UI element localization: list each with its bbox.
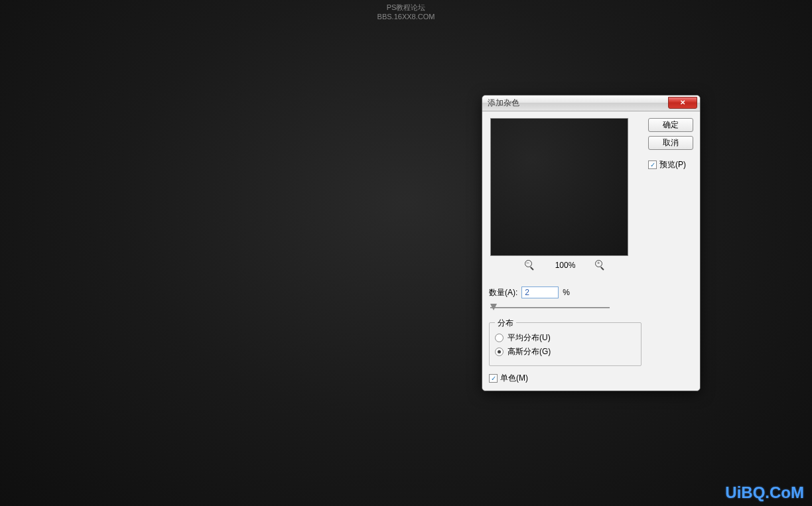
minus-sign: −: [526, 261, 529, 266]
gaussian-label: 高斯分布(G): [508, 346, 551, 357]
distribution-fieldset: 分布 平均分布(U) 高斯分布(G): [489, 322, 642, 366]
close-button[interactable]: ✕: [668, 97, 697, 109]
amount-input[interactable]: [521, 286, 559, 298]
uniform-radio[interactable]: [495, 334, 504, 342]
preview-thumbnail[interactable]: [490, 118, 628, 256]
monochromatic-label: 单色(M): [500, 373, 528, 384]
preview-checkbox-row[interactable]: ✓ 预览(P): [648, 159, 693, 170]
monochromatic-row[interactable]: ✓ 单色(M): [489, 373, 642, 384]
ok-button[interactable]: 确定: [648, 118, 693, 132]
amount-slider[interactable]: [490, 304, 610, 312]
uniform-label: 平均分布(U): [508, 332, 551, 344]
close-icon: ✕: [680, 99, 685, 106]
watermark-line1: PS教程论坛: [377, 3, 435, 12]
watermark-top: PS教程论坛 BBS.16XX8.COM: [377, 3, 435, 22]
zoom-controls: − 100% +: [489, 260, 642, 271]
preview-label: 预览(P): [659, 159, 686, 170]
dialog-right-column: 确定 取消 ✓ 预览(P): [648, 118, 693, 384]
gaussian-radio[interactable]: [495, 348, 504, 356]
uniform-radio-row[interactable]: 平均分布(U): [495, 332, 636, 344]
gaussian-radio-row[interactable]: 高斯分布(G): [495, 346, 636, 357]
amount-label: 数量(A):: [489, 287, 517, 298]
plus-sign: +: [597, 261, 600, 266]
watermark-line2: BBS.16XX8.COM: [377, 12, 435, 21]
amount-unit: %: [563, 288, 570, 297]
add-noise-dialog: 添加杂色 ✕ − 100% + 数量(A): %: [482, 95, 701, 391]
zoom-in-button[interactable]: +: [595, 260, 606, 271]
preview-checkbox[interactable]: ✓: [648, 160, 657, 169]
zoom-level: 100%: [555, 261, 576, 270]
distribution-legend: 分布: [495, 318, 516, 329]
monochromatic-checkbox[interactable]: ✓: [489, 374, 498, 383]
dialog-title: 添加杂色: [488, 97, 519, 109]
zoom-out-button[interactable]: −: [525, 260, 535, 271]
dialog-titlebar[interactable]: 添加杂色 ✕: [482, 95, 700, 111]
dialog-body: − 100% + 数量(A): % 分布: [482, 111, 700, 391]
slider-thumb[interactable]: [490, 304, 497, 310]
slider-track-line: [490, 307, 610, 308]
amount-row: 数量(A): %: [489, 286, 642, 298]
cancel-button[interactable]: 取消: [648, 136, 693, 150]
dialog-left-column: − 100% + 数量(A): % 分布: [489, 118, 642, 384]
watermark-bottom: UiBQ.CoM: [725, 483, 804, 502]
